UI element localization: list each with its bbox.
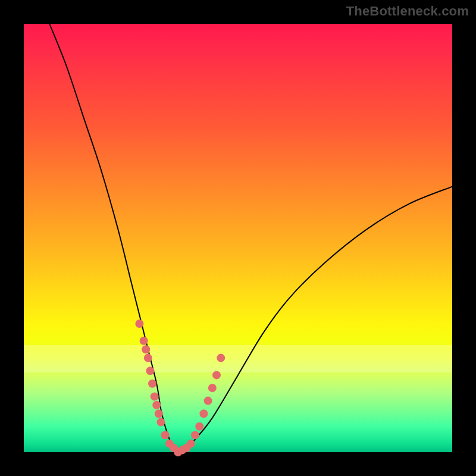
highlight-dot [155, 409, 163, 418]
highlight-dot [217, 354, 225, 362]
highlight-dot [144, 354, 152, 362]
highlight-dot [195, 422, 203, 431]
chart-frame: TheBottleneck.com [0, 0, 476, 476]
highlight-dot [204, 397, 212, 405]
highlight-dot [187, 440, 195, 448]
curve-layer [24, 24, 452, 452]
highlight-dot [146, 367, 154, 375]
plot-area [24, 24, 452, 452]
highlight-dot [208, 384, 217, 392]
highlight-dot [142, 345, 150, 353]
highlight-dot [212, 371, 221, 379]
highlight-dot [152, 401, 161, 409]
highlight-dot [151, 392, 159, 400]
highlight-dot [135, 320, 143, 328]
highlight-dot [161, 431, 170, 439]
highlight-dot [148, 380, 156, 388]
highlight-dots [135, 320, 225, 456]
watermark-text: TheBottleneck.com [346, 4, 469, 19]
highlight-dot [199, 409, 208, 418]
highlight-dot [156, 418, 165, 427]
highlight-dot [191, 431, 199, 439]
bottleneck-curve [49, 24, 452, 452]
highlight-dot [140, 337, 148, 345]
